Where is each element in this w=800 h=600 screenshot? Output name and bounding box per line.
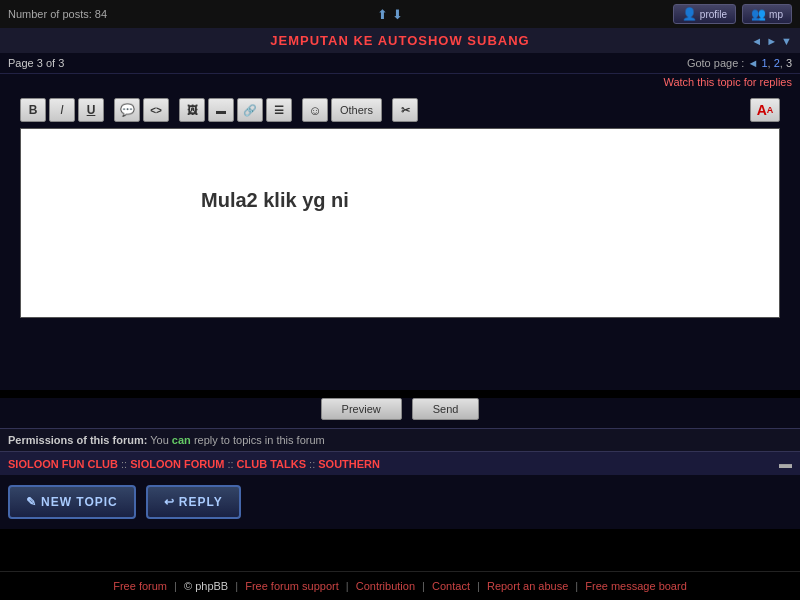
code-button[interactable]: <> (143, 98, 169, 122)
image-button[interactable]: 🖼 (179, 98, 205, 122)
forum-support-link[interactable]: Free forum support (245, 580, 339, 592)
breadcrumb-bar: SIOLOON FUN CLUB :: SIOLOON FORUM :: CLU… (0, 451, 800, 475)
permissions-text: You can reply to topics in this forum (150, 434, 325, 446)
footer-sep-5: | (477, 580, 480, 592)
message-board-link[interactable]: Free message board (585, 580, 687, 592)
page-1-link[interactable]: 1 (761, 57, 767, 69)
action-buttons-row: Preview Send (0, 398, 800, 428)
title-arrows: ◄ ► ▼ (751, 35, 792, 47)
font-size-button[interactable]: A A (750, 98, 780, 122)
breadcrumb-item-2[interactable]: CLUB TALKS (237, 458, 306, 470)
mp-button[interactable]: 👥 mp (742, 4, 792, 24)
title-bar: JEMPUTAN KE AUTOSHOW SUBANG ◄ ► ▼ (0, 28, 800, 53)
nav-down-icon[interactable]: ⬇ (392, 7, 403, 22)
others-button[interactable]: Others (331, 98, 382, 122)
page-nav-bar: Page 3 of 3 Goto page : ◄ 1, 2, 3 (0, 53, 800, 74)
sep-3: :: (309, 458, 318, 470)
breadcrumb-item-0[interactable]: SIOLOON FUN CLUB (8, 458, 118, 470)
watch-topic-row: Watch this topic for replies (0, 74, 800, 90)
profile-icon: 👤 (682, 7, 697, 21)
editor-container: B I U 💬 <> 🖼 ▬ 🔗 ☰ ☺ Others ✂ A A (0, 90, 800, 390)
send-button[interactable]: Send (412, 398, 480, 420)
sep-2: :: (227, 458, 236, 470)
new-topic-icon: ✎ (26, 495, 37, 509)
profile-buttons: 👤 profile 👥 mp (673, 4, 792, 24)
nav-arrows: ⬆ ⬇ (377, 7, 403, 22)
posts-count: Number of posts: 84 (8, 8, 107, 20)
mp-icon: 👥 (751, 7, 766, 21)
link-button[interactable]: 🔗 (237, 98, 263, 122)
underline-button[interactable]: U (78, 98, 104, 122)
editor-wrapper: Mula2 klik yg ni (20, 128, 780, 318)
quote-button[interactable]: 💬 (114, 98, 140, 122)
watch-topic-link[interactable]: Watch this topic for replies (663, 76, 792, 88)
phpbb-label: © phpBB (184, 580, 228, 592)
reply-icon: ↩ (164, 495, 175, 509)
preview-button[interactable]: Preview (321, 398, 402, 420)
minimize-icon[interactable]: ▬ (779, 456, 792, 471)
emoticon-button[interactable]: ☺ (302, 98, 328, 122)
breadcrumb-item-3[interactable]: SOUTHERN (318, 458, 380, 470)
reply-button[interactable]: ↩ REPLY (146, 485, 241, 519)
free-forum-link[interactable]: Free forum (113, 580, 167, 592)
font-button[interactable]: ✂ (392, 98, 418, 122)
title-right-icon[interactable]: ► (766, 35, 777, 47)
footer-sep-4: | (422, 580, 425, 592)
title-left-icon[interactable]: ◄ (751, 35, 762, 47)
permissions-label: Permissions of this forum: (8, 434, 147, 446)
font-size-small: A (767, 105, 774, 115)
breadcrumb: SIOLOON FUN CLUB :: SIOLOON FORUM :: CLU… (8, 458, 380, 470)
page-info: Page 3 of 3 (8, 57, 64, 69)
title-far-right-icon[interactable]: ▼ (781, 35, 792, 47)
list-button[interactable]: ☰ (266, 98, 292, 122)
font-size-btn-container: A A (750, 98, 780, 122)
contact-link[interactable]: Contact (432, 580, 470, 592)
page-3-link[interactable]: 3 (786, 57, 792, 69)
goto-arrow-icon: ◄ (747, 57, 758, 69)
footer-sep-6: | (575, 580, 578, 592)
sep-1: :: (121, 458, 130, 470)
toolbar: B I U 💬 <> 🖼 ▬ 🔗 ☰ ☺ Others ✂ A A (20, 98, 780, 122)
new-topic-button[interactable]: ✎ NEW TOPIC (8, 485, 136, 519)
italic-button[interactable]: I (49, 98, 75, 122)
font-size-icon: A (757, 102, 767, 118)
permissions-bar: Permissions of this forum: You can reply… (0, 428, 800, 451)
bottom-buttons: ✎ NEW TOPIC ↩ REPLY (0, 475, 800, 529)
bold-button[interactable]: B (20, 98, 46, 122)
nav-up-icon[interactable]: ⬆ (377, 7, 388, 22)
footer-sep-3: | (346, 580, 349, 592)
message-input[interactable] (21, 129, 779, 317)
profile-button[interactable]: 👤 profile (673, 4, 736, 24)
breadcrumb-item-1[interactable]: SIOLOON FORUM (130, 458, 224, 470)
contribution-link[interactable]: Contribution (356, 580, 415, 592)
top-bar: Number of posts: 84 ⬆ ⬇ 👤 profile 👥 mp (0, 0, 800, 28)
forum-title: JEMPUTAN KE AUTOSHOW SUBANG (270, 33, 529, 48)
footer-sep-2: | (235, 580, 238, 592)
report-link[interactable]: Report an abuse (487, 580, 568, 592)
footer-sep-1: | (174, 580, 177, 592)
footer: Free forum | © phpBB | Free forum suppor… (0, 571, 800, 600)
flash-button[interactable]: ▬ (208, 98, 234, 122)
page-2-link[interactable]: 2 (774, 57, 780, 69)
goto-page: Goto page : ◄ 1, 2, 3 (687, 57, 792, 69)
